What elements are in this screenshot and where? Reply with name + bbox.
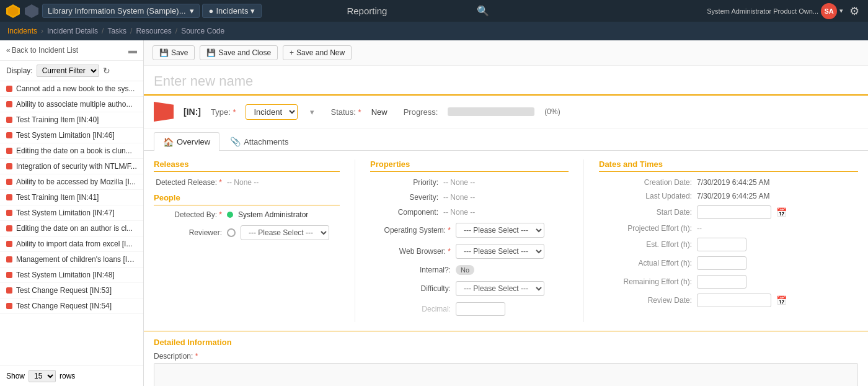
back-to-list-button[interactable]: « Back to Incident List	[6, 46, 78, 55]
component-row: Component: -- None --	[370, 208, 569, 217]
flag-icon	[6, 303, 12, 309]
reviewer-radio[interactable]	[227, 228, 236, 237]
start-date-calendar-icon[interactable]: 📅	[776, 207, 787, 217]
flag-icon	[6, 179, 12, 185]
internal-toggle[interactable]: No	[456, 265, 474, 275]
breadcrumb-resources[interactable]: Resources	[136, 27, 171, 35]
actual-effort-input[interactable]	[697, 256, 746, 270]
flag-icon	[6, 101, 12, 107]
creation-date-row: Creation Date: 7/30/2019 6:44:25 AM	[599, 178, 858, 187]
decimal-row: Decimal:	[370, 302, 569, 316]
detected-by-required: *	[219, 210, 222, 219]
review-date-row: Review Date: 📅	[599, 294, 858, 307]
reviewer-label: Reviewer:	[154, 228, 222, 237]
projected-effort-row: Projected Effort (h): --	[599, 224, 858, 233]
list-item[interactable]: Test Change Request [IN:54]	[0, 298, 143, 314]
breadcrumb-sep-1: ›	[41, 27, 43, 35]
app-selector-button[interactable]: Library Information System (Sample)... ▾	[42, 4, 200, 18]
tab-attachments[interactable]: 📎 Attachments	[221, 132, 298, 150]
incidents-nav-button[interactable]: ● Incidents ▾	[202, 4, 262, 18]
reviewer-select[interactable]: --- Please Select ---	[241, 225, 329, 240]
list-item[interactable]: Integration of security with NTLM/F...	[0, 159, 143, 174]
top-nav: Library Information System (Sample)... ▾…	[0, 0, 868, 22]
flag-icon	[6, 148, 12, 154]
description-required: *	[195, 352, 198, 361]
flag-icon	[6, 117, 12, 123]
list-item[interactable]: Test Change Request [IN:53]	[0, 283, 143, 298]
incident-header: [IN:] Type: * Incident ▾ Status: * New P…	[144, 96, 868, 128]
incident-name-input[interactable]	[154, 73, 858, 89]
os-row: Operating System: * --- Please Select --…	[370, 223, 569, 238]
breadcrumb-bar: Incidents › Incident Details / Tasks / R…	[0, 22, 868, 40]
rows-per-page-select[interactable]: 15	[29, 370, 56, 382]
last-updated-label: Last Updated:	[599, 192, 692, 200]
user-avatar[interactable]: SA	[821, 3, 837, 19]
list-item[interactable]: Test Training Item [IN:41]	[0, 190, 143, 205]
dropdown-arrow-icon: ▾	[190, 6, 194, 16]
tabs-bar: 🏠 Overview 📎 Attachments	[144, 128, 868, 151]
detailed-section-title: Detailed Information	[154, 338, 858, 347]
breadcrumb-source-code[interactable]: Source Code	[181, 27, 224, 35]
description-textarea[interactable]	[154, 363, 858, 386]
breadcrumb-incidents[interactable]: Incidents	[7, 27, 37, 35]
remaining-effort-row: Remaining Effort (h):	[599, 275, 858, 289]
last-updated-row: Last Updated: 7/30/2019 6:44:25 AM	[599, 192, 858, 200]
reporting-nav-item[interactable]: Reporting	[264, 6, 469, 16]
list-item[interactable]: Ability to import data from excel [I...	[0, 236, 143, 252]
flag-icon	[6, 132, 12, 138]
os-select[interactable]: --- Please Select ---	[456, 223, 544, 238]
list-item[interactable]: Test System Limitation [IN:47]	[0, 205, 143, 221]
remaining-effort-input[interactable]	[697, 275, 746, 289]
review-date-calendar-icon[interactable]: 📅	[776, 295, 787, 305]
breadcrumb-incident-details[interactable]: Incident Details	[47, 27, 98, 35]
list-item[interactable]: Test System Limitation [IN:46]	[0, 128, 143, 143]
save-new-button[interactable]: + Save and New	[283, 45, 352, 60]
start-date-input[interactable]	[697, 205, 771, 219]
decimal-input[interactable]	[456, 302, 505, 316]
browser-select[interactable]: --- Please Select ---	[456, 244, 544, 259]
properties-col: Properties Priority: -- None -- Severity…	[370, 159, 569, 322]
detected-release-required: *	[219, 178, 222, 187]
list-item[interactable]: Ability to be accessed by Mozilla [I...	[0, 174, 143, 190]
list-item[interactable]: Management of children's loans [IN...	[0, 252, 143, 267]
save-close-icon: 💾	[206, 48, 216, 57]
priority-row: Priority: -- None --	[370, 178, 569, 187]
dark-hex-logo[interactable]	[24, 3, 40, 19]
people-section-title: People	[154, 193, 340, 205]
status-value: New	[371, 107, 388, 117]
list-item[interactable]: Test System Limitation [IN:48]	[0, 267, 143, 283]
save-close-button[interactable]: 💾 Save and Close	[200, 45, 278, 60]
list-item[interactable]: Editing the date on a book is clun...	[0, 143, 143, 159]
list-item[interactable]: Ability to associate multiple autho...	[0, 97, 143, 112]
show-label: Show	[6, 372, 25, 380]
difficulty-label: Difficulty:	[370, 284, 451, 293]
review-date-input[interactable]	[697, 294, 771, 307]
internal-row: Internal?: No	[370, 265, 569, 275]
releases-people-col: Releases Detected Release: * -- None -- …	[154, 159, 340, 322]
list-item[interactable]: Editing the date on an author is cl...	[0, 221, 143, 236]
est-effort-label: Est. Effort (h):	[599, 240, 692, 249]
list-item[interactable]: Test Training Item [IN:40]	[0, 112, 143, 128]
type-select[interactable]: Incident	[246, 104, 298, 120]
priority-value: -- None --	[443, 178, 475, 187]
overview-icon: 🏠	[163, 137, 174, 147]
projected-effort-label: Projected Effort (h):	[599, 224, 692, 233]
search-button[interactable]: 🔍	[472, 4, 494, 18]
sidebar: « Back to Incident List ▬ Display: Curre…	[0, 40, 144, 386]
list-item[interactable]: Cannot add a new book to the sys...	[0, 81, 143, 97]
toolbar: 💾 Save 💾 Save and Close + Save and New	[144, 40, 868, 66]
severity-row: Severity: -- None --	[370, 193, 569, 202]
save-button[interactable]: 💾 Save	[153, 45, 195, 60]
browser-label: Web Browser: *	[370, 247, 451, 256]
breadcrumb-sep-4: /	[175, 27, 177, 35]
sidebar-collapse-button[interactable]: ▬	[128, 45, 137, 55]
est-effort-input[interactable]	[697, 238, 746, 251]
tab-overview[interactable]: 🏠 Overview	[154, 132, 219, 151]
status-label: Status: *	[330, 107, 361, 117]
breadcrumb-tasks[interactable]: Tasks	[107, 27, 126, 35]
refresh-icon[interactable]: ↻	[103, 66, 110, 76]
display-filter-select[interactable]: Current Filter	[37, 65, 99, 77]
priority-label: Priority:	[370, 178, 438, 187]
settings-gear-icon[interactable]: ⚙	[846, 3, 863, 19]
difficulty-select[interactable]: --- Please Select ---	[456, 281, 544, 296]
